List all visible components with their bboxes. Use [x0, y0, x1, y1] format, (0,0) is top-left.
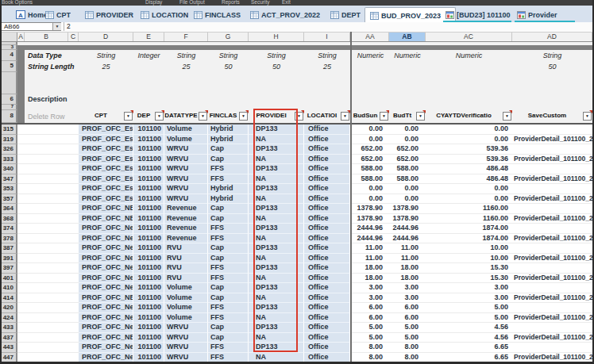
cell-budsum[interactable]: 3.00 [352, 293, 389, 304]
cell-location[interactable]: Office [304, 155, 350, 165]
cell-cpt[interactable]: PROF_OFC_New [79, 243, 133, 254]
cell-save[interactable]: ProviderDetail_101100_2 [512, 274, 592, 284]
cell-stringlength-datatype[interactable]: 25 [164, 62, 208, 72]
cell-finclass[interactable]: Hybrid [208, 194, 249, 205]
cell-datatype-save[interactable]: String [512, 51, 592, 61]
cell-cpt[interactable]: PROF_OFC_New [79, 254, 133, 264]
cell-dept[interactable]: 101100 [133, 293, 164, 304]
cell-budsum[interactable]: 5.00 [352, 333, 389, 343]
cell-datatype[interactable]: RVU [164, 263, 208, 274]
cell-budsum[interactable]: 1378.90 [352, 214, 389, 224]
cell-dept[interactable]: 101100 [133, 184, 164, 194]
column-header-b[interactable]: B [25, 32, 68, 41]
cell-budtot[interactable]: 5.00 [389, 323, 426, 333]
column-header-a[interactable]: A [17, 32, 25, 41]
row-header-410[interactable]: 410 [0, 283, 17, 293]
column-header-e[interactable]: E [133, 32, 164, 41]
cell-datatype[interactable]: WRVU [164, 164, 208, 174]
cell-datatype[interactable]: Volume [164, 125, 208, 135]
column-header-c[interactable]: C [68, 32, 79, 41]
cell-cpt[interactable]: PROF_OFC_NEW [79, 204, 133, 214]
cell-cpt[interactable]: PROF_OFC_Est [79, 155, 133, 165]
cell-cya[interactable]: 10.00 [426, 254, 512, 264]
cell-cya[interactable]: 3.00 [426, 293, 512, 304]
cell-cpt[interactable]: PROF_OFC_New [79, 234, 133, 244]
cell-dept[interactable]: 101100 [133, 194, 164, 205]
cell-provider[interactable]: NA [249, 214, 304, 224]
tab-finclass[interactable]: FINCLASS [194, 8, 241, 21]
cell-cya[interactable]: 1160.00 [426, 214, 512, 224]
cell-cya[interactable]: 0.00 [426, 184, 512, 194]
cell-cpt[interactable]: PROF_OFC_Est [79, 144, 133, 155]
cell-provider[interactable]: DP133 [249, 204, 304, 214]
cell-datatype[interactable]: Volume [164, 283, 208, 293]
cell-location[interactable]: Office [304, 144, 350, 155]
row-header-433[interactable]: 433 [0, 323, 17, 333]
cell-budsum[interactable]: 6.00 [352, 313, 389, 324]
cell-budtot[interactable]: 1378.90 [389, 214, 426, 224]
cell-finclass[interactable]: FFS [208, 234, 249, 244]
cell-location[interactable]: Office [304, 194, 350, 205]
row-header-357[interactable]: 357 [0, 194, 17, 205]
cell-save[interactable]: ProviderDetail_101100_2 [512, 155, 592, 165]
cell-cya[interactable]: 0.00 [426, 135, 512, 145]
cell-provider[interactable]: DP133 [249, 243, 304, 254]
row-header-443[interactable]: 443 [0, 343, 17, 353]
formula-input[interactable]: 2 [67, 22, 71, 31]
cell-dept[interactable]: 101100 [133, 303, 164, 313]
cell-budsum[interactable]: 5.00 [352, 323, 389, 333]
column-header-f[interactable]: F [164, 32, 208, 41]
tab-provider[interactable]: PROVIDER [85, 8, 133, 21]
cell-budtot[interactable]: 588.00 [389, 174, 426, 185]
cell-provider[interactable]: NA [249, 254, 304, 264]
cell-dept[interactable]: 101100 [133, 214, 164, 224]
cell-budsum[interactable]: 652.00 [352, 155, 389, 165]
menu-item-book-options[interactable]: Book Options [2, 0, 33, 6]
cell-dept[interactable]: 101100 [133, 155, 164, 165]
row-header-4[interactable]: 4 [0, 50, 17, 61]
cell-datatype[interactable]: WRVU [164, 343, 208, 353]
cell-finclass[interactable]: FFS [208, 303, 249, 313]
cell-cpt[interactable]: PROF_OFC_New [79, 303, 133, 313]
row-header-340[interactable]: 340 [0, 164, 17, 174]
cell-budtot[interactable]: 18.00 [389, 274, 426, 284]
cell-budsum[interactable]: 0.00 [352, 194, 389, 205]
cell-dept[interactable]: 101100 [133, 254, 164, 264]
cell-cpt[interactable]: PROF_OFC_Est [79, 174, 133, 185]
row-header-7[interactable]: 7 [0, 105, 17, 110]
cell-save[interactable] [512, 283, 592, 293]
cell-provider[interactable]: NA [249, 194, 304, 205]
tab-provider[interactable]: Provider [517, 8, 557, 21]
cell-dept[interactable]: 101100 [133, 274, 164, 284]
cell-provider[interactable]: DP133 [249, 323, 304, 333]
row-header-364[interactable]: 364 [0, 204, 17, 214]
cell-datatype-cya[interactable]: Numeric [426, 51, 512, 61]
cell-cya[interactable]: 1874.00 [426, 234, 512, 244]
cell-budtot[interactable]: 11.00 [389, 243, 426, 254]
cell-finclass[interactable]: Cap [208, 293, 249, 304]
cell-budtot[interactable]: 652.00 [389, 155, 426, 165]
cell-cya[interactable]: 4.56 [426, 323, 512, 333]
cell-cpt[interactable]: PROF_OFC_New [79, 343, 133, 353]
column-header-d[interactable]: D [79, 32, 133, 41]
cell-dept[interactable]: 101100 [133, 174, 164, 185]
filter-header-dept[interactable]: DEP▼ [133, 110, 164, 123]
row-header-6[interactable]: 6 [0, 94, 17, 105]
cell-provider[interactable]: NA [249, 135, 304, 145]
filter-header-budtot[interactable]: BudTt▼ [389, 110, 426, 123]
cell-cya[interactable]: 486.48 [426, 174, 512, 185]
cell-budtot[interactable]: 18.00 [389, 263, 426, 274]
cell-provider[interactable]: NA [249, 274, 304, 284]
tab-location[interactable]: LOCATION [141, 8, 188, 21]
row-header-333[interactable]: 333 [0, 155, 17, 165]
cell-cpt[interactable]: PROF_OFC_New [79, 283, 133, 293]
cell-provider[interactable]: NA [249, 333, 304, 343]
cell-datatype[interactable]: WRVU [164, 333, 208, 343]
cell-finclass[interactable]: FFS [208, 224, 249, 234]
filter-header-budsum[interactable]: BudSun▼ [352, 110, 389, 123]
cell-datatype-provider[interactable]: String [249, 51, 304, 61]
cell-save[interactable] [512, 303, 592, 313]
cell-datatype[interactable]: Volume [164, 293, 208, 304]
cell-save[interactable] [512, 343, 592, 353]
cell-budtot[interactable]: 652.00 [389, 144, 426, 155]
